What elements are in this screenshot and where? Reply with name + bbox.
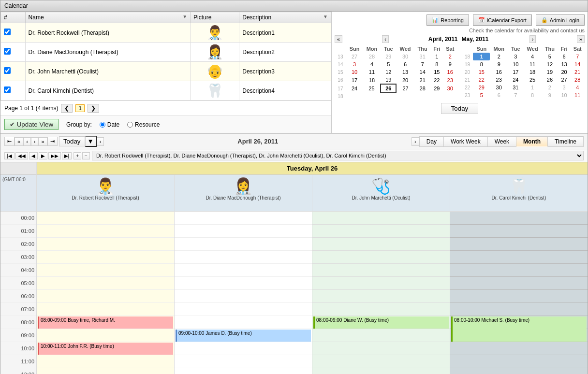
- first-btn[interactable]: ⇤: [4, 137, 15, 146]
- name-filter-icon[interactable]: ▼: [182, 14, 187, 19]
- cal-day[interactable]: 18: [363, 76, 381, 84]
- cal-day[interactable]: [443, 93, 457, 100]
- cal-day[interactable]: 17: [508, 68, 523, 76]
- cal-day[interactable]: 7: [570, 53, 585, 60]
- slot-r4-10[interactable]: [450, 342, 588, 355]
- prev-prev-resource-btn[interactable]: ◀◀: [15, 152, 28, 159]
- cal-day[interactable]: 16: [443, 68, 457, 76]
- page-1-btn[interactable]: 1: [75, 104, 84, 112]
- slot-r4-00[interactable]: [450, 212, 588, 225]
- cal-day-selected[interactable]: 26: [381, 84, 396, 93]
- slot-r3-07[interactable]: [312, 303, 450, 316]
- cal-day[interactable]: 11: [523, 60, 542, 68]
- slot-r1-08[interactable]: 08:00-09:00 Busy time, Richard M.: [37, 316, 174, 329]
- row-checkbox-cell[interactable]: [1, 43, 26, 62]
- add-resource-btn[interactable]: +: [74, 152, 81, 159]
- cal-day[interactable]: 1: [473, 53, 490, 60]
- tab-timeline[interactable]: Timeline: [548, 136, 584, 147]
- slot-r1-09[interactable]: [37, 329, 174, 342]
- update-view-button[interactable]: ✔ Update View: [4, 119, 59, 130]
- tab-work-week[interactable]: Work Week: [444, 136, 488, 147]
- cal-day[interactable]: 13: [396, 68, 414, 76]
- slot-r1-06[interactable]: [37, 290, 174, 303]
- cal-day[interactable]: 17: [346, 76, 363, 84]
- cal-day[interactable]: 28: [363, 53, 381, 60]
- cal-day[interactable]: 3: [558, 84, 571, 91]
- row-checkbox-3[interactable]: [4, 67, 11, 74]
- radio-resource-label[interactable]: Resource: [127, 121, 160, 128]
- slot-r1-05[interactable]: [37, 277, 174, 290]
- cal-day[interactable]: 12: [381, 68, 396, 76]
- cal-day[interactable]: 8: [473, 60, 490, 68]
- slot-r3-02[interactable]: [312, 238, 450, 251]
- slot-r4-12[interactable]: [450, 368, 588, 374]
- row-checkbox-1[interactable]: [4, 29, 11, 35]
- slot-r2-11[interactable]: [175, 355, 312, 368]
- cal-day[interactable]: 7: [414, 60, 431, 68]
- slot-r2-07[interactable]: [175, 303, 312, 316]
- cal-day[interactable]: [363, 93, 381, 100]
- cal-day[interactable]: 24: [508, 76, 523, 84]
- desc-filter-icon[interactable]: ▼: [323, 14, 328, 19]
- slot-r4-02[interactable]: [450, 238, 588, 251]
- radio-date[interactable]: [100, 122, 105, 128]
- cal-day[interactable]: 26: [542, 76, 558, 84]
- slot-r2-04[interactable]: [175, 264, 312, 277]
- slot-r4-03[interactable]: [450, 251, 588, 264]
- slot-r3-11[interactable]: [312, 355, 450, 368]
- cal-day[interactable]: 20: [396, 76, 414, 84]
- may-next-btn[interactable]: ›: [529, 35, 536, 43]
- cal-day[interactable]: 31: [508, 84, 523, 91]
- today-dropdown-arrow[interactable]: ▼: [85, 136, 97, 147]
- next-next-btn[interactable]: »: [38, 137, 47, 146]
- cal-day[interactable]: 30: [490, 84, 508, 91]
- cal-day[interactable]: 30: [443, 84, 457, 93]
- cal-day[interactable]: 23: [490, 76, 508, 84]
- slot-r1-10[interactable]: 10:00-11:00 John F.R. (Busy time): [37, 342, 174, 355]
- slot-r1-02[interactable]: [37, 238, 174, 251]
- slot-r3-08[interactable]: 08:00-09:00 Diane W. (Busy time): [312, 316, 450, 329]
- slot-r3-12[interactable]: [312, 368, 450, 374]
- cal-day[interactable]: 1: [431, 53, 443, 60]
- cal-day[interactable]: 30: [396, 53, 414, 60]
- slot-r2-03[interactable]: [175, 251, 312, 264]
- cal-day[interactable]: 1: [523, 84, 542, 91]
- cal-day[interactable]: 27: [396, 84, 414, 93]
- slot-r1-04[interactable]: [37, 264, 174, 277]
- cal-day[interactable]: 22: [431, 76, 443, 84]
- cal-day[interactable]: 25: [363, 84, 381, 93]
- slot-r3-05[interactable]: [312, 277, 450, 290]
- cal-next-day[interactable]: ›: [412, 137, 419, 146]
- cal-day[interactable]: [431, 93, 443, 100]
- slot-r3-01[interactable]: [312, 225, 450, 238]
- last-btn[interactable]: ⇥: [47, 137, 58, 146]
- cal-day[interactable]: 9: [542, 91, 558, 99]
- slot-r4-08[interactable]: 08:00-10:00 Michael S. (Busy time): [450, 316, 588, 329]
- admin-login-button[interactable]: 🔒 Admin Login: [536, 14, 585, 26]
- col-header-desc[interactable]: Description ▼: [239, 12, 331, 23]
- prev-page-btn[interactable]: ❮: [61, 104, 73, 113]
- cal-day[interactable]: 19: [381, 76, 396, 84]
- slot-r3-06[interactable]: [312, 290, 450, 303]
- slot-r2-01[interactable]: [175, 225, 312, 238]
- tab-month[interactable]: Month: [516, 136, 548, 147]
- slot-r4-06[interactable]: [450, 290, 588, 303]
- slot-r2-12[interactable]: [175, 368, 312, 374]
- today-button[interactable]: Today: [441, 103, 479, 114]
- slot-r2-02[interactable]: [175, 238, 312, 251]
- cal-day[interactable]: 27: [346, 53, 363, 60]
- slot-r2-06[interactable]: [175, 290, 312, 303]
- cal-day[interactable]: 20: [558, 68, 571, 76]
- slot-r1-01[interactable]: [37, 225, 174, 238]
- row-checkbox-cell[interactable]: [1, 62, 26, 81]
- today-nav-button[interactable]: Today: [59, 136, 85, 146]
- slot-r3-03[interactable]: [312, 251, 450, 264]
- cal-day[interactable]: 27: [558, 76, 571, 84]
- next-page-btn[interactable]: ❯: [88, 104, 99, 113]
- resource-select[interactable]: Dr. Robert Rockwell (Therapist), Dr. Dia…: [92, 151, 584, 160]
- prev-resource-btn[interactable]: ◀: [29, 152, 38, 159]
- first-resource-btn[interactable]: |◀: [4, 152, 15, 159]
- next-resource-btn[interactable]: ▶: [39, 152, 47, 159]
- slot-r1-07[interactable]: [37, 303, 174, 316]
- cal-day[interactable]: 3: [508, 53, 523, 60]
